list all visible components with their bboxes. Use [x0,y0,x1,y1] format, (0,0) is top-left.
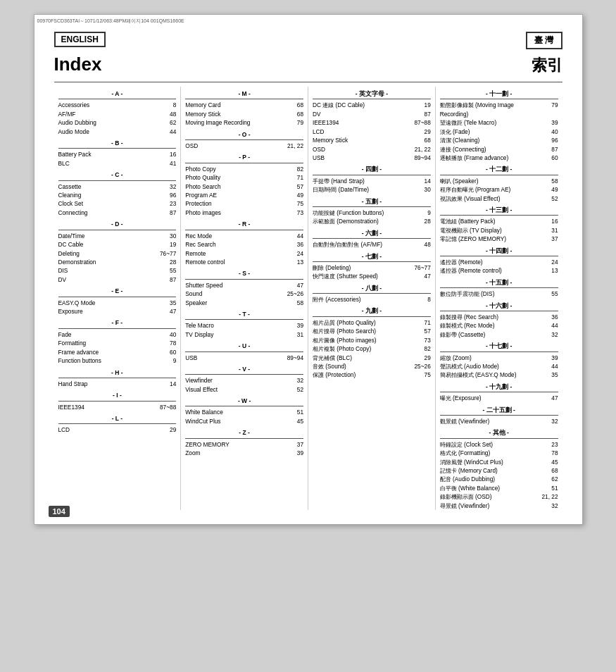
entry-name: IEEE1394 [313,118,414,127]
index-entry: 觀景鏡 (Viewfinder) 32 [440,417,558,425]
entry-page: 60 [162,348,176,356]
index-entry: AF/MF 48 [58,110,177,118]
index-entry: 附件 (Accessories) 8 [313,295,431,304]
section-header: - H - [58,368,177,378]
entry-name: BLC [58,159,163,168]
entry-name: Rec Mode [185,232,289,240]
section-header: - 十三劃 - [440,206,558,216]
entry-page: 32 [544,417,558,425]
entry-page: 28 [162,258,176,266]
entry-page: 62 [544,475,558,483]
index-entry: Shutter Speed 47 [185,281,303,290]
entry-page: 73 [289,209,303,217]
entry-page: 57 [289,182,303,191]
entry-name: 電池組 (Battery Pack) [440,217,544,225]
entry-name: Photo images [185,209,289,217]
entry-name: Photo Quality [185,173,289,182]
entry-name: ZERO MEMORY [185,440,289,449]
index-entry: Protection 75 [185,199,303,208]
entry-page: 89~94 [414,154,430,162]
entry-name: Remote control [185,258,289,266]
entry-page: 32 [162,182,176,191]
index-entry: OSD 21, 22 [313,145,431,154]
entry-name: 相片品質 (Photo Quality) [313,318,417,327]
index-entry: 程序自動曝光 (Program AE) 49 [440,185,558,194]
entry-page: 37 [544,235,558,243]
index-entry: 記憶卡 (Memory Card) 68 [440,466,558,475]
section-header: - 十七劃 - [440,342,558,351]
entry-name: Audio Dubbing [58,118,163,127]
index-entry: OSD 21, 22 [185,142,303,150]
index-entry: DV 87 [313,110,431,118]
entry-page: 76~77 [160,249,176,258]
entry-name: 簡易拍攝模式 (EASY.Q Mode) [440,371,544,379]
entry-page: 68 [544,466,558,475]
index-entry: 功能按鍵 (Function buttons) 9 [313,209,431,217]
section-header: - U - [185,342,303,351]
section-header: - A - [58,89,177,99]
entry-page: 29 [417,354,431,362]
header-row: ENGLISH 臺 灣 [54,32,562,49]
index-entry: 錄影機顯示面 (OSD) 21, 22 [440,492,558,501]
index-entry: 錄製模式 (Rec Mode) 44 [440,321,558,330]
entry-page: 87~88 [160,403,176,411]
entry-page: 44 [544,321,558,330]
entry-page: 68 [289,110,303,118]
entry-name: 配音 (Audio Dubbing) [440,475,544,483]
entry-page: 49 [544,185,558,194]
entry-page: 87 [544,145,558,154]
entry-page: 52 [289,385,303,394]
index-entry: Connecting 87 [58,209,177,217]
entry-name: 保護 (Protection) [313,371,417,379]
barcode: 00970FSCD363TAI～1071/12/063:48PM페이지104 0… [37,18,184,25]
entry-name: Program AE [185,191,289,199]
entry-name: Visual Effect [185,385,289,394]
section-header: - O - [185,130,303,140]
entry-name: Speaker [185,299,289,307]
entry-page: 21, 22 [415,145,431,154]
index-entry: DC 連線 (DC Cable) 19 [313,101,431,109]
entry-name: 逐帧播放 (Frame advance) [440,154,544,162]
entry-page: 87 [162,275,176,284]
entry-page: 41 [162,159,176,168]
entry-name: 示範臉面 (Demonstration) [313,217,417,225]
entry-page: 29 [417,127,431,136]
divider [54,82,562,82]
entry-name: 淡化 (Fade) [440,127,544,136]
index-entry: WindCut Plus 45 [185,417,303,425]
index-entry: 零記憶 (ZERO MEMORY) 37 [440,235,558,243]
entry-page: 48 [162,110,176,118]
entry-name: 縮放 (Zoom) [440,354,544,362]
section-header: - 十五劃 - [440,278,558,288]
index-entry: LCD 29 [313,127,431,136]
entry-name: 喇叭 (Speaker) [440,177,544,185]
section-header: - I - [58,391,177,401]
index-entry: 配音 (Audio Dubbing) 62 [440,475,558,483]
index-entry: Audio Dubbing 62 [58,118,177,127]
entry-name: Date/Time [58,232,163,240]
entry-page: 30 [162,232,176,240]
section-header: - L - [58,414,177,424]
entry-page: 87~88 [414,118,430,127]
entry-page: 28 [417,217,431,225]
section-header: - 其他 - [440,428,558,438]
entry-page: 51 [544,484,558,492]
index-entry: 動態影像錄製 (Moving Image Recording) 79 [440,101,558,118]
index-entry: Cleaning 96 [58,191,177,199]
section-header: - W - [185,397,303,406]
index-entry: Frame advance 60 [58,348,177,356]
index-entry: Rec Mode 44 [185,232,303,240]
section-header: - 四劃 - [313,165,431,175]
entry-name: 零記憶 (ZERO MEMORY) [440,235,544,243]
entry-name: 曝光 (Exposure) [440,394,544,402]
entry-name: Remote [185,249,289,258]
entry-page: 21, 22 [287,142,303,150]
entry-name: TV Display [185,330,289,339]
entry-name: 望遠微距 (Tele Macro) [440,118,544,127]
cjk-left-column: - 英文字母 -DC 連線 (DC Cable) 19DV 87IEEE1394… [308,87,436,510]
index-entry: 白平衡 (White Balance) 51 [440,484,558,492]
section-header: - 十六劃 - [440,301,558,311]
entry-name: Function buttons [58,356,163,365]
entry-page: 82 [417,344,431,353]
entry-page: 14 [417,177,431,185]
